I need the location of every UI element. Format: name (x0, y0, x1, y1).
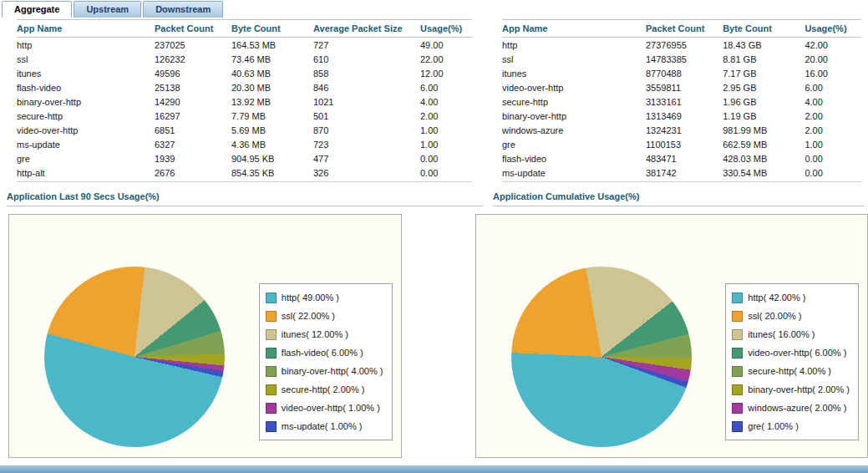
table-row: binary-over-http13134691.19 GB2.00 (502, 109, 861, 123)
table-cell: 6.00 (420, 80, 472, 94)
legend-swatch (266, 311, 277, 322)
table-cell: 0.00 (420, 151, 472, 165)
table-cell: 4.00 (805, 94, 861, 109)
app-table-cumulative: App NamePacket CountByte CountUsage(%)ht… (502, 19, 861, 182)
table-cell: http (502, 38, 646, 53)
header-row: App NamePacket CountByte CountUsage(%) (502, 20, 861, 38)
column-header: Packet Count (155, 20, 231, 38)
legend-swatch (266, 348, 277, 359)
table-row: flash-video483471428.03 MB0.00 (502, 151, 861, 165)
table-cell: 16297 (155, 109, 231, 123)
table-row: http2737695518.43 GB42.00 (502, 38, 861, 53)
table-row: video-over-http68515.69 MB8701.00 (17, 123, 472, 137)
table-cell: 662.59 MB (723, 137, 805, 151)
table-cell: video-over-http (17, 123, 155, 137)
table-cell: 2.95 GB (723, 80, 805, 94)
table-row: windows-azure1324231981.99 MB2.00 (502, 123, 861, 137)
legend-swatch (732, 348, 743, 359)
table-cell: 14290 (155, 94, 231, 109)
table-cell: 14783385 (646, 52, 723, 66)
legend-label: ssl( 22.00% ) (282, 311, 335, 321)
table-cell: 428.03 MB (723, 151, 805, 165)
legend-item: binary-over-http( 2.00% ) (732, 380, 850, 399)
table-row: ssl147833858.81 GB20.00 (502, 52, 861, 66)
legend-label: http( 42.00% ) (748, 292, 805, 303)
table-cell: binary-over-http (502, 109, 646, 123)
app-tables: App NamePacket CountByte CountAverage Pa… (0, 18, 868, 182)
table-cell: 981.99 MB (723, 123, 805, 137)
tab-upstream[interactable]: Upstream (74, 1, 141, 18)
table-cell: 25138 (155, 80, 231, 94)
table-cell: 1.19 GB (723, 109, 805, 123)
legend-swatch (732, 366, 743, 377)
table-cell: 49596 (155, 66, 231, 80)
table-cell: 4.00 (420, 94, 472, 109)
legend-item: ssl( 20.00% ) (732, 307, 850, 325)
legend-label: video-over-http( 1.00% ) (282, 403, 380, 413)
pie-chart-cumulative (511, 267, 692, 447)
table-row: http-alt2676854.35 KB3260.00 (17, 165, 472, 182)
legend-label: http( 49.00% ) (282, 292, 339, 303)
chart-panel-last-90-secs: http( 49.00% )ssl( 22.00% )itunes( 12.00… (8, 214, 402, 458)
legend-swatch (266, 366, 277, 377)
legend-label: binary-over-http( 2.00% ) (748, 384, 850, 394)
table-cell: 2.00 (805, 109, 861, 123)
table-cell: 904.95 KB (231, 151, 313, 165)
legend-label: binary-over-http( 4.00% ) (282, 366, 383, 376)
table-cell: 20.00 (805, 52, 861, 66)
table-cell: 18.43 GB (723, 38, 805, 53)
table-cell: 27376955 (646, 38, 723, 53)
column-header: Usage(%) (805, 20, 861, 38)
table-cell: 727 (313, 38, 420, 53)
table-cell: gre (502, 137, 646, 151)
tab-aggregate[interactable]: Aggregate (2, 1, 72, 18)
table-cell: 1.00 (420, 123, 472, 137)
legend-label: flash-video( 6.00% ) (282, 348, 363, 358)
table-cell: 237025 (155, 38, 231, 53)
legend-item: flash-video( 6.00% ) (266, 343, 383, 362)
table-cell: 854.35 KB (231, 165, 313, 182)
table-cell: 4.36 MB (231, 137, 313, 151)
table-cell: 1.96 GB (723, 94, 805, 109)
table-row: binary-over-http1429013.92 MB10214.00 (17, 94, 472, 109)
legend-swatch (266, 292, 277, 303)
legend-item: windows-azure( 2.00% ) (732, 399, 850, 417)
table-cell: 1.00 (805, 137, 861, 151)
column-header: Average Packet Size (313, 20, 420, 38)
legend-swatch (732, 384, 743, 395)
table-row: ms-update63274.36 MB7231.00 (17, 137, 472, 151)
legend-swatch (266, 329, 277, 340)
chart-panels: http( 49.00% )ssl( 22.00% )itunes( 12.00… (0, 206, 868, 458)
legend-swatch (732, 292, 743, 303)
table-cell: 0.00 (805, 165, 861, 182)
table-cell: ssl (17, 52, 155, 66)
table-cell: 3559811 (646, 80, 723, 94)
table-cell: 13.92 MB (231, 94, 313, 109)
table-cell: flash-video (502, 151, 646, 165)
table-cell: 22.00 (420, 52, 472, 66)
legend-label: secure-http( 4.00% ) (748, 366, 831, 376)
table-row: flash-video2513820.30 MB8466.00 (17, 80, 472, 94)
table-row: ssl12623273.46 MB61022.00 (17, 52, 472, 66)
table-row: itunes4959640.63 MB85812.00 (17, 66, 472, 80)
table-row: secure-http31331611.96 GB4.00 (502, 94, 861, 109)
table-row: gre1100153662.59 MB1.00 (502, 137, 861, 151)
table-cell: 381742 (646, 165, 723, 182)
table-cell: 2.00 (420, 109, 472, 123)
legend-box-cumulative: http( 42.00% )ssl( 20.00% )itunes( 16.00… (725, 283, 859, 440)
legend-swatch (732, 311, 743, 322)
legend-item: http( 49.00% ) (266, 288, 383, 307)
table-cell: 0.00 (420, 165, 472, 182)
table-cell: 3133161 (646, 94, 723, 109)
header-row: App NamePacket CountByte CountAverage Pa… (17, 20, 472, 38)
table-cell: 1313469 (646, 109, 723, 123)
legend-item: video-over-http( 6.00% ) (732, 343, 850, 362)
legend-item: itunes( 12.00% ) (266, 325, 383, 343)
legend-item: secure-http( 2.00% ) (266, 380, 383, 399)
tab-downstream[interactable]: Downstream (143, 1, 223, 18)
legend-box-last-90-secs: http( 49.00% )ssl( 22.00% )itunes( 12.00… (259, 283, 393, 440)
legend-label: secure-http( 2.00% ) (282, 384, 365, 394)
table-cell: 501 (313, 109, 420, 123)
table-cell: 6851 (155, 123, 231, 137)
table-cell: itunes (17, 66, 155, 80)
